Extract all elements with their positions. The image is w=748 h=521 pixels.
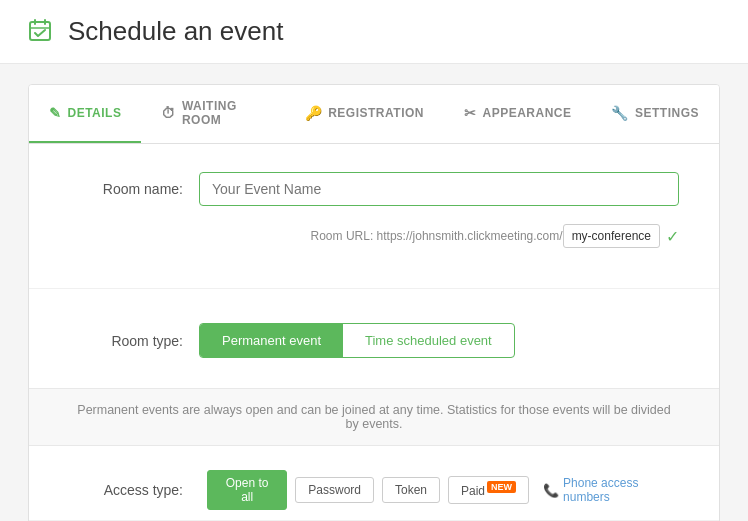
page-title: Schedule an event xyxy=(68,16,283,47)
open-to-all-button[interactable]: Open to all xyxy=(207,470,287,510)
new-badge: NEW xyxy=(487,481,516,493)
url-prefix: Room URL: https://johnsmith.clickmeeting… xyxy=(311,229,563,243)
paid-button[interactable]: PaidNEW xyxy=(448,476,529,504)
token-button[interactable]: Token xyxy=(382,477,440,503)
tab-details[interactable]: ✎ DETAILS xyxy=(29,85,141,143)
registration-icon: 🔑 xyxy=(305,105,323,121)
phone-icon: 📞 xyxy=(543,483,559,498)
phone-access-link[interactable]: 📞 Phone access numbers xyxy=(543,476,679,504)
details-icon: ✎ xyxy=(49,105,62,121)
tabs-bar: ✎ DETAILS ⏱ WAITING ROOM 🔑 REGISTRATION … xyxy=(29,85,719,144)
info-box: Permanent events are always open and can… xyxy=(29,388,719,446)
svg-rect-0 xyxy=(30,22,50,40)
schedule-icon xyxy=(28,18,56,46)
password-button[interactable]: Password xyxy=(295,477,374,503)
main-card: ✎ DETAILS ⏱ WAITING ROOM 🔑 REGISTRATION … xyxy=(28,84,720,521)
url-slug-input[interactable]: my-conference xyxy=(563,224,660,248)
url-check-icon: ✓ xyxy=(666,227,679,246)
form-body: Room name: Room URL: https://johnsmith.c… xyxy=(29,144,719,284)
page-header: Schedule an event xyxy=(0,0,748,64)
access-type-label: Access type: xyxy=(69,482,199,498)
scheduled-event-button[interactable]: Time scheduled event xyxy=(343,324,514,357)
tab-appearance-label: APPEARANCE xyxy=(482,106,571,120)
divider-1 xyxy=(29,288,719,289)
tab-waiting-room[interactable]: ⏱ WAITING ROOM xyxy=(141,85,284,143)
permanent-event-button[interactable]: Permanent event xyxy=(200,324,343,357)
tab-settings-label: SETTINGS xyxy=(635,106,699,120)
room-type-row: Room type: Permanent event Time schedule… xyxy=(69,323,679,358)
room-name-input[interactable] xyxy=(199,172,679,206)
appearance-icon: ✂ xyxy=(464,105,477,121)
room-name-label: Room name: xyxy=(69,181,199,197)
room-type-label: Room type: xyxy=(69,333,199,349)
tab-waiting-label: WAITING ROOM xyxy=(182,99,265,127)
tab-appearance[interactable]: ✂ APPEARANCE xyxy=(444,85,592,143)
tab-registration-label: REGISTRATION xyxy=(328,106,424,120)
tab-details-label: DETAILS xyxy=(68,106,122,120)
url-row: Room URL: https://johnsmith.clickmeeting… xyxy=(69,224,679,248)
room-name-row: Room name: xyxy=(69,172,679,206)
tab-settings[interactable]: 🔧 SETTINGS xyxy=(591,85,719,143)
settings-icon: 🔧 xyxy=(611,105,629,121)
access-type-row: Access type: Open to all Password Token … xyxy=(29,460,719,520)
waiting-icon: ⏱ xyxy=(161,105,176,121)
phone-access-label: Phone access numbers xyxy=(563,476,679,504)
info-text: Permanent events are always open and can… xyxy=(69,403,679,431)
room-type-selector: Permanent event Time scheduled event xyxy=(199,323,515,358)
tab-registration[interactable]: 🔑 REGISTRATION xyxy=(285,85,444,143)
